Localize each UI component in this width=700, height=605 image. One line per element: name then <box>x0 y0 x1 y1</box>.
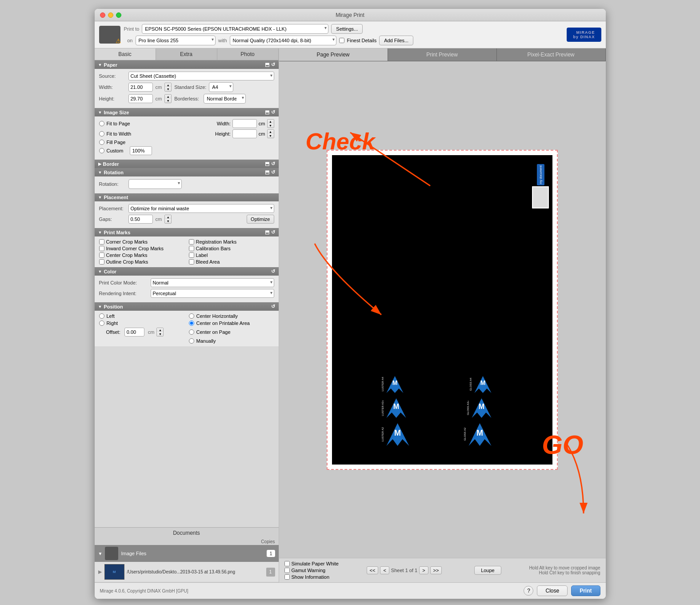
quality-select[interactable]: Normal Quality (720x1440 dpi, 8-bit) <box>230 36 336 45</box>
registration-checkbox[interactable] <box>189 239 194 244</box>
m-logo-luster-a4: M <box>386 375 404 394</box>
fill-page-radio[interactable] <box>99 140 104 145</box>
rendering-intent-row: Rendering Intent: Perceptual <box>99 289 274 298</box>
settings-button[interactable]: Settings... <box>331 24 363 34</box>
calibration-checkbox[interactable] <box>189 246 194 251</box>
outline-crop-checkbox[interactable] <box>99 259 104 264</box>
finest-details-checkbox[interactable] <box>339 38 344 43</box>
copyright-label: Mirage 4.0.6, Copyright DINAX GmbH [GPU] <box>100 589 188 593</box>
gaps-up[interactable]: ▲ <box>165 215 171 219</box>
right-radio[interactable] <box>99 321 104 326</box>
inward-corner-checkbox[interactable] <box>99 246 104 251</box>
minimize-button[interactable] <box>108 12 113 18</box>
img-height-down[interactable]: ▼ <box>268 134 274 138</box>
fit-to-width-radio[interactable] <box>99 131 104 136</box>
gaps-stepper[interactable]: ▲ ▼ <box>164 215 172 224</box>
img-width-down[interactable]: ▼ <box>268 124 274 128</box>
simulate-paper-checkbox[interactable] <box>284 561 290 566</box>
custom-value-input[interactable] <box>130 146 152 155</box>
rendering-intent-select[interactable]: Perceptual <box>151 289 274 298</box>
img-height-stepper[interactable]: ▲ ▼ <box>267 129 274 138</box>
tab-pixel-exact-preview[interactable]: Pixel-Exact Preview <box>497 48 606 61</box>
printer-select[interactable]: EPSON SC-P5000 Series (EPSON ULTRACHROME… <box>142 24 328 34</box>
doc-expand-arrow[interactable]: ▼ <box>98 551 103 556</box>
placement-collapse-arrow[interactable]: ▼ <box>98 195 102 200</box>
tab-extra[interactable]: Extra <box>156 48 217 60</box>
manually-radio[interactable] <box>189 338 194 344</box>
img-height-input[interactable] <box>232 129 257 138</box>
gaps-down[interactable]: ▼ <box>165 219 171 223</box>
color-collapse-arrow[interactable]: ▼ <box>98 269 102 274</box>
close-button[interactable] <box>100 12 105 18</box>
offset-stepper[interactable]: ▲ ▼ <box>156 328 164 337</box>
close-button[interactable]: Close <box>537 585 568 596</box>
loupe-button[interactable]: Loupe <box>474 566 501 575</box>
bleed-checkbox[interactable] <box>189 259 194 264</box>
center-crop-checkbox[interactable] <box>99 252 104 258</box>
main-layout: Basic Extra Photo ▼ Paper ⬒ ↺ Source: <box>95 48 606 582</box>
offset-up[interactable]: ▲ <box>157 328 163 332</box>
maximize-button[interactable] <box>116 12 121 18</box>
placement-select[interactable]: Optimize for minimal waste <box>128 204 274 213</box>
height-stepper[interactable]: ▲ ▼ <box>164 94 172 103</box>
rotation-select[interactable] <box>128 179 182 189</box>
rotation-collapse-arrow[interactable]: ▼ <box>98 170 102 175</box>
nav-next-button[interactable]: > <box>419 566 428 574</box>
source-select[interactable]: Cut Sheet (Cassette) <box>128 72 274 80</box>
color-mode-select[interactable]: Normal <box>151 278 274 287</box>
preview-area: Check <box>279 61 606 558</box>
custom-radio[interactable] <box>99 148 104 153</box>
fit-to-page-radio[interactable] <box>99 121 104 126</box>
show-information-checkbox[interactable] <box>284 574 290 580</box>
nav-prev-button[interactable]: < <box>380 566 389 574</box>
gaps-input[interactable] <box>128 215 153 224</box>
help-button[interactable]: ? <box>524 586 533 596</box>
gamut-warning-checkbox[interactable] <box>284 568 290 573</box>
standard-size-select[interactable]: A4 <box>209 82 233 92</box>
center-on-printable-radio[interactable] <box>189 321 194 326</box>
width-decrement[interactable]: ▼ <box>165 87 171 91</box>
width-increment[interactable]: ▲ <box>165 83 171 87</box>
optimize-button[interactable]: Optimize <box>247 215 274 224</box>
custom-label: Custom <box>107 148 124 153</box>
img-width-input[interactable] <box>232 119 257 128</box>
print-marks-collapse-arrow[interactable]: ▼ <box>98 230 102 235</box>
corner-crop-checkbox[interactable] <box>99 239 104 244</box>
add-files-button[interactable]: Add Files... <box>379 36 413 45</box>
borderless-select[interactable]: Normal Border <box>204 94 246 104</box>
height-increment[interactable]: ▲ <box>165 95 171 99</box>
paper-collapse-arrow[interactable]: ▼ <box>98 63 102 67</box>
nav-first-button[interactable]: << <box>367 566 379 574</box>
img-width-stepper[interactable]: ▲ ▼ <box>267 119 274 128</box>
label-checkbox[interactable] <box>189 252 194 258</box>
fit-to-width-row: Fit to Width Height: cm ▲ ▼ <box>99 129 274 138</box>
luster-a3plus-item: LUSTER A3+ M <box>381 397 407 419</box>
tab-print-preview[interactable]: Print Preview <box>388 48 497 61</box>
width-stepper[interactable]: ▲ ▼ <box>164 83 172 92</box>
tab-basic[interactable]: Basic <box>95 48 156 60</box>
img-width-up[interactable]: ▲ <box>268 120 274 124</box>
border-collapse-arrow[interactable]: ▶ <box>98 162 101 166</box>
offset-down[interactable]: ▼ <box>157 332 163 336</box>
position-collapse-arrow[interactable]: ▼ <box>98 305 102 309</box>
print-button[interactable]: Print <box>571 585 600 596</box>
custom-row: Custom <box>99 146 274 155</box>
height-input[interactable] <box>128 94 153 103</box>
left-radio[interactable] <box>99 313 104 319</box>
height-decrement[interactable]: ▼ <box>165 99 171 103</box>
image-size-collapse-arrow[interactable]: ▼ <box>98 110 102 115</box>
offset-input[interactable] <box>124 328 144 337</box>
img-height-up[interactable]: ▲ <box>268 130 274 134</box>
width-unit: cm <box>156 84 162 90</box>
center-on-page-radio[interactable] <box>189 329 194 335</box>
border-icons: ⬒ ↺ <box>265 161 275 167</box>
width-input[interactable] <box>128 83 153 92</box>
tab-page-preview[interactable]: Page Preview <box>279 48 388 61</box>
media-select[interactable]: Pro line Gloss 255 <box>136 36 216 45</box>
image-size-icon1: ⬒ <box>265 109 269 115</box>
center-crop-label: Center Crop Marks <box>106 252 148 258</box>
center-horizontally-radio[interactable] <box>189 313 194 319</box>
tab-photo[interactable]: Photo <box>217 48 279 60</box>
color-section-header: ▼ Color ↺ <box>95 267 279 276</box>
nav-last-button[interactable]: >> <box>430 566 442 574</box>
